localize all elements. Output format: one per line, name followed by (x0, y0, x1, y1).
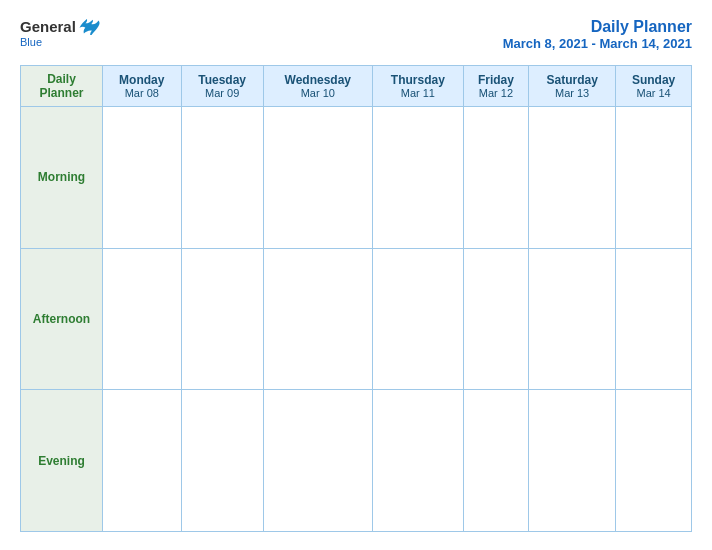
friday-header: Friday Mar 12 (463, 66, 528, 107)
evening-tuesday-cell[interactable] (181, 390, 263, 532)
afternoon-sunday-cell[interactable] (616, 248, 692, 390)
sunday-header: Sunday Mar 14 (616, 66, 692, 107)
logo-blue-label: Blue (20, 36, 42, 48)
evening-friday-cell[interactable] (463, 390, 528, 532)
planner-table: Daily Planner Monday Mar 08 Tuesday Mar … (20, 65, 692, 532)
page-header: General Blue Daily Planner March 8, 2021… (20, 18, 692, 51)
tuesday-header: Tuesday Mar 09 (181, 66, 263, 107)
afternoon-saturday-cell[interactable] (529, 248, 616, 390)
morning-row: Morning (21, 107, 692, 249)
header-row: Daily Planner Monday Mar 08 Tuesday Mar … (21, 66, 692, 107)
evening-saturday-cell[interactable] (529, 390, 616, 532)
evening-label: Evening (21, 390, 103, 532)
logo-area: General Blue (20, 18, 100, 48)
title-area: Daily Planner March 8, 2021 - March 14, … (503, 18, 692, 51)
afternoon-friday-cell[interactable] (463, 248, 528, 390)
thursday-header: Thursday Mar 11 (372, 66, 463, 107)
morning-monday-cell[interactable] (103, 107, 182, 249)
morning-label: Morning (21, 107, 103, 249)
wednesday-header: Wednesday Mar 10 (263, 66, 372, 107)
saturday-header: Saturday Mar 13 (529, 66, 616, 107)
morning-thursday-cell[interactable] (372, 107, 463, 249)
afternoon-label: Afternoon (21, 248, 103, 390)
afternoon-monday-cell[interactable] (103, 248, 182, 390)
morning-friday-cell[interactable] (463, 107, 528, 249)
afternoon-row: Afternoon (21, 248, 692, 390)
page-subtitle: March 8, 2021 - March 14, 2021 (503, 36, 692, 51)
logo-general-text: General (20, 18, 76, 35)
evening-thursday-cell[interactable] (372, 390, 463, 532)
evening-monday-cell[interactable] (103, 390, 182, 532)
monday-header: Monday Mar 08 (103, 66, 182, 107)
morning-saturday-cell[interactable] (529, 107, 616, 249)
page-title: Daily Planner (503, 18, 692, 36)
afternoon-thursday-cell[interactable] (372, 248, 463, 390)
morning-sunday-cell[interactable] (616, 107, 692, 249)
morning-wednesday-cell[interactable] (263, 107, 372, 249)
morning-tuesday-cell[interactable] (181, 107, 263, 249)
afternoon-tuesday-cell[interactable] (181, 248, 263, 390)
evening-row: Evening (21, 390, 692, 532)
logo-bird-icon (78, 19, 100, 35)
daily-planner-header: Daily Planner (21, 66, 103, 107)
evening-wednesday-cell[interactable] (263, 390, 372, 532)
afternoon-wednesday-cell[interactable] (263, 248, 372, 390)
evening-sunday-cell[interactable] (616, 390, 692, 532)
